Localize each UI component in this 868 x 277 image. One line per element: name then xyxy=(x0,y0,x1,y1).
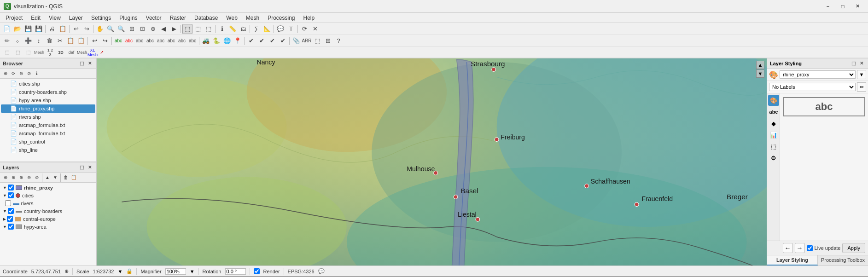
menu-plugins[interactable]: Plugins xyxy=(116,14,141,22)
tb-zoom-out[interactable]: 🔍 xyxy=(116,24,126,34)
tb-undo2[interactable]: ↩ xyxy=(89,36,99,46)
tb-spacer[interactable]: ⬚ xyxy=(312,36,322,46)
tb-zoom-in[interactable]: 🔍 xyxy=(105,24,116,34)
layer-item-country[interactable]: ▼ country-boarders xyxy=(1,207,95,215)
layer-selector[interactable]: rhine_proxy xyxy=(780,70,856,79)
menu-web[interactable]: Web xyxy=(222,14,241,22)
window-controls[interactable]: − □ ✕ xyxy=(821,2,864,11)
tb-mesh2[interactable]: ⬚ xyxy=(12,47,23,58)
vtab-abc[interactable]: abc xyxy=(768,106,779,117)
tb-label5[interactable]: abc xyxy=(156,36,166,46)
menu-mesh[interactable]: Mesh xyxy=(242,14,263,22)
browser-item-arcmap2[interactable]: 📄 arcmap_formulae.txt xyxy=(1,129,95,138)
browser-close-btn[interactable]: ✕ xyxy=(86,60,93,67)
tb-refresh[interactable]: ⟳ xyxy=(299,24,309,34)
tb-def[interactable]: def xyxy=(66,47,76,58)
menu-help[interactable]: Help xyxy=(300,14,319,22)
render-checkbox[interactable] xyxy=(254,268,260,274)
magnifier-dropdown[interactable]: ▼ xyxy=(190,269,195,274)
rp-back-btn[interactable]: ← xyxy=(783,243,793,253)
tb-tips[interactable]: 💬 xyxy=(275,24,285,34)
tb-label6[interactable]: abc xyxy=(166,36,176,46)
layer-checkbox-cities[interactable] xyxy=(8,192,14,198)
layer-checkbox-rhine[interactable] xyxy=(8,185,14,190)
labels-edit-btn[interactable]: ✏ xyxy=(857,82,866,92)
tb-label4[interactable]: abc xyxy=(145,36,155,46)
browser-item-country[interactable]: 📄 country-boarders.shp xyxy=(1,88,95,96)
menu-project[interactable]: Project xyxy=(2,14,26,22)
tab-processing-toolbox[interactable]: Processing Toolbox xyxy=(818,255,868,265)
magnifier-input[interactable] xyxy=(165,268,186,275)
tb-identify[interactable]: ℹ xyxy=(217,24,227,34)
vtab-chart[interactable]: 📊 xyxy=(768,129,779,140)
browser-tb-add[interactable]: ⊕ xyxy=(2,70,9,77)
tb-print[interactable]: 🖨 xyxy=(47,24,57,34)
tb-save-as[interactable]: 💾 xyxy=(34,24,44,34)
layers-tb-filter2[interactable]: ⊘ xyxy=(33,174,41,181)
tb-select[interactable]: ⬚ xyxy=(182,24,192,34)
tb-3d[interactable]: 3D xyxy=(56,47,66,58)
tb-geocoder[interactable]: 🌐 xyxy=(222,36,232,46)
layer-item-rhine[interactable]: ▼ rhine_proxy xyxy=(1,184,95,191)
tb-check4[interactable]: ✔ xyxy=(278,36,288,46)
tb-node[interactable]: ⬦ xyxy=(12,36,23,46)
tb-terminal[interactable]: ⊞ xyxy=(323,36,333,46)
layer-item-hypy[interactable]: ▼ hypy-area xyxy=(1,223,95,231)
menu-processing[interactable]: Processing xyxy=(264,14,298,22)
tb-new[interactable]: 📄 xyxy=(2,24,12,34)
layers-tb-delete[interactable]: 🗑 xyxy=(62,174,70,181)
layers-tb-add3[interactable]: ⊕ xyxy=(17,174,25,181)
live-update-checkbox[interactable] xyxy=(807,245,813,251)
layers-tb-filter[interactable]: ⊖ xyxy=(25,174,33,181)
tb-label1[interactable]: abc xyxy=(113,36,123,46)
tb-pan[interactable]: ✋ xyxy=(95,24,105,34)
map-nav-up[interactable]: ▲ xyxy=(756,61,764,69)
tb-check2[interactable]: ✔ xyxy=(256,36,267,46)
browser-item-shp-line[interactable]: 📄 shp_line xyxy=(1,146,95,154)
apply-button[interactable]: Apply xyxy=(842,243,865,253)
abc-label-display[interactable]: abc xyxy=(783,97,865,116)
tb-diagram[interactable]: 🚜 xyxy=(201,36,211,46)
tb-label3[interactable]: abc xyxy=(134,36,145,46)
menu-view[interactable]: View xyxy=(45,14,64,22)
tb-cancel[interactable]: ✕ xyxy=(310,24,320,34)
browser-float-btn[interactable]: ⬚ xyxy=(78,60,85,67)
tb-stats[interactable]: ∑ xyxy=(251,24,262,34)
tb-label7[interactable]: abc xyxy=(177,36,187,46)
layers-tb-clipboard[interactable]: 📋 xyxy=(70,174,77,181)
browser-tb-collapse[interactable]: ⊘ xyxy=(25,70,33,77)
tb-123[interactable]: 1 2 3 xyxy=(45,47,55,58)
browser-item-arcmap1[interactable]: 📄 arcmap_formulae.txt xyxy=(1,121,95,129)
scale-dropdown-btn[interactable]: ▼ xyxy=(117,269,122,274)
tb-copy2[interactable]: 📋 xyxy=(65,36,76,46)
tb-redo2[interactable]: ↪ xyxy=(100,36,110,46)
tb-measure[interactable]: 📏 xyxy=(227,24,238,34)
layers-tb-add2[interactable]: ⊕ xyxy=(10,174,17,181)
tb-label2[interactable]: abc xyxy=(124,36,134,46)
menu-database[interactable]: Database xyxy=(191,14,221,22)
layers-tb-add[interactable]: ⊕ xyxy=(2,174,9,181)
tb-arr[interactable]: ARR xyxy=(302,36,312,46)
tb-copy[interactable]: 📋 xyxy=(58,24,68,34)
layers-float-btn[interactable]: ⬚ xyxy=(78,164,85,171)
layer-item-rivers[interactable]: rivers xyxy=(1,199,95,207)
tb-text[interactable]: T xyxy=(286,24,296,34)
maximize-button[interactable]: □ xyxy=(836,2,850,11)
browser-item-rivers[interactable]: 📄 rivers.shp xyxy=(1,113,95,121)
tb-select-rect[interactable]: ⬚ xyxy=(193,24,203,34)
minimize-button[interactable]: − xyxy=(821,2,835,11)
menu-layer[interactable]: Layer xyxy=(65,14,87,22)
tb-help2[interactable]: ? xyxy=(333,36,344,46)
map-nav-widget[interactable]: ▲ ▼ xyxy=(756,61,764,78)
layers-tb-up[interactable]: ▲ xyxy=(44,174,51,181)
menu-settings[interactable]: Settings xyxy=(87,14,115,22)
tb-mesh-ico[interactable]: Mesh xyxy=(77,47,87,58)
vtab-3d[interactable]: ◆ xyxy=(768,118,779,129)
tb-select-poly[interactable]: ⬚ xyxy=(204,24,214,34)
vtab-color[interactable]: 🎨 xyxy=(768,95,779,106)
browser-item-cities[interactable]: 📄 cities.shp xyxy=(1,80,95,88)
tb-annotate[interactable]: 📎 xyxy=(291,36,301,46)
layers-close-btn[interactable]: ✕ xyxy=(86,164,93,171)
browser-tb-refresh[interactable]: ⟳ xyxy=(10,70,17,77)
layer-item-central[interactable]: ▶ central-europe xyxy=(1,215,95,223)
